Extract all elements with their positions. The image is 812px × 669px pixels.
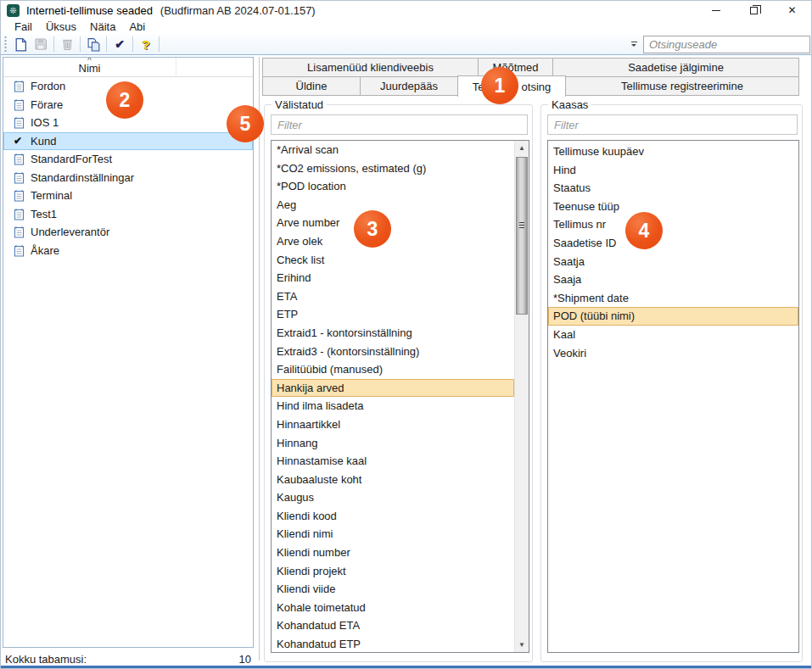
save-button[interactable] [31,35,51,53]
notepad-icon [14,80,25,92]
list-item[interactable]: Extraid1 - kontorsinställning [272,324,514,343]
list-item[interactable]: *CO2 emissions, estimated (g) [272,159,514,178]
apply-button[interactable]: ✔ [109,35,130,53]
menu-abi[interactable]: Abi [122,20,152,34]
scroll-down-icon[interactable]: ▼ [515,638,529,652]
scroll-up-icon[interactable]: ▲ [515,141,529,155]
list-item[interactable]: Erihind [272,269,514,287]
menu-naita[interactable]: Näita [83,20,122,34]
status-bar: Kokku tabamusi: 10 [3,650,254,667]
list-item[interactable]: Kaal [548,326,798,344]
list-item[interactable]: Saaja [548,270,798,289]
annotation-circle-3: 3 [354,210,391,248]
list-item-highlighted[interactable]: POD (tüübi nimi) [548,307,798,326]
menu-uksus[interactable]: Üksus [39,20,83,34]
list-item[interactable]: *Shipment date [548,289,798,308]
list-item-highlighted[interactable]: Hankija arved [272,379,514,398]
minimize-button[interactable] [697,1,735,20]
checkmark-icon: ✔ [115,38,125,50]
list-item[interactable]: Hinnastamise kaal [272,452,514,471]
sidebar-item-kund[interactable]: ✔ Kund [3,132,253,151]
restore-button[interactable] [735,1,773,20]
copy-button[interactable] [83,35,104,53]
sidebar-item-standardinstallningar[interactable]: Standardinställningar [3,169,253,187]
list-item[interactable]: Kliendi projekt [272,562,514,581]
close-icon: ✕ [787,5,796,15]
list-item[interactable]: Aeg [272,196,514,215]
notepad-icon [14,244,25,257]
list-item[interactable]: Failitüübid (manused) [272,360,514,379]
delete-button[interactable] [57,35,77,53]
sidebar-item-terminal[interactable]: Terminal [3,187,253,205]
toolbar-separator [53,36,54,52]
list-item[interactable]: Kliendi nimi [272,525,514,544]
list-item[interactable]: *POD location [272,177,514,196]
list-item[interactable]: Saadetise ID [548,234,798,253]
list-item[interactable]: ETA [272,287,514,306]
scrollbar-thumb[interactable] [516,157,528,315]
list-item[interactable]: Kaubaaluste koht [272,471,514,489]
list-item[interactable]: Tellimuse kuupäev [548,142,798,161]
tab-uldine[interactable]: Üldine [262,76,361,96]
list-item[interactable]: Kohandatud ETP [272,635,514,653]
list-item[interactable]: Veokiri [548,344,798,363]
list-item[interactable]: Kliendi number [272,544,514,562]
tab-tellimuse-registreerimine[interactable]: Tellimuse registreerimine [565,76,799,96]
tab-lisamenuud-kliendiveebis[interactable]: Lisamenüüd kliendiveebis [262,58,479,77]
sidebar-item-akare[interactable]: Åkare [3,242,253,260]
toolbar-separator [132,36,133,52]
trash-icon [61,37,74,51]
list-item[interactable]: Arve olek [272,232,514,251]
list-item[interactable]: Kaugus [272,488,514,507]
list-item[interactable]: *Arrival scan [272,141,514,159]
toolbar-overflow-button[interactable] [627,36,641,53]
list-item[interactable]: Kliendi kood [272,507,514,526]
window-subtitle: (Budfirman AB 2024.07-01.157) [160,4,316,17]
toolbar: ✔ ? [1,34,811,55]
list-header: ˄ Nimi [3,58,253,77]
annotation-circle-1: 1 [481,67,518,104]
status-value: 10 [239,653,251,666]
list-item[interactable]: Saatja [548,253,798,271]
included-listbox: Tellimuse kuupäev Hind Staatus Teenuse t… [547,140,799,653]
active-check-icon: ✔ [14,135,25,147]
overflow-icon [631,42,637,42]
search-input[interactable] [643,36,810,53]
tab-saadetise-jalgimine[interactable]: Saadetise jälgimine [552,58,799,77]
sidebar-item-standardfortest[interactable]: StandardForTest [3,150,253,169]
list-item[interactable]: Hinnaartikkel [272,415,514,434]
help-button[interactable]: ? [136,35,156,53]
list-item[interactable]: Teenuse tüüp [548,198,798,216]
save-icon [34,37,48,51]
panel-splitter[interactable] [259,57,260,661]
list-item[interactable]: Kohandatud ETA [272,616,514,635]
list-item[interactable]: Extraid3 - (kontorsinställning) [272,343,514,361]
list-item[interactable]: Kliendi viide [272,580,514,599]
new-document-button[interactable] [10,35,31,53]
included-filter-input[interactable] [547,114,798,135]
list-item[interactable]: Hinnang [272,434,514,453]
notepad-icon [14,98,25,111]
sort-ascending-icon: ˄ [3,57,176,62]
sidebar-item-underleverantor[interactable]: Underleverantör [3,223,253,242]
list-item[interactable]: Tellimus nr [548,215,798,234]
vertical-scrollbar[interactable]: ▲ ▼ [514,141,529,652]
list-item[interactable]: Staatus [548,179,798,198]
toolbar-grip[interactable] [3,36,8,52]
new-document-icon [14,37,28,52]
list-item[interactable]: ETP [272,305,514,324]
close-button[interactable]: ✕ [773,1,811,20]
excluded-listbox: *Arrival scan *CO2 emissions, estimated … [271,140,529,653]
notepad-icon [14,116,25,129]
list-item[interactable]: Hind ilma lisadeta [272,397,514,415]
excluded-filter-input[interactable] [271,114,528,135]
sidebar-item-test1[interactable]: Test1 [3,205,253,224]
tab-juurdepaas[interactable]: Juurdepääs [360,76,458,96]
list-item[interactable]: Arve number [272,214,514,232]
list-item[interactable]: Check list [272,251,514,270]
app-icon: ❊ [7,4,20,17]
list-item[interactable]: Kohale toimetatud [272,599,514,617]
menu-fail[interactable]: Fail [8,20,39,34]
list-item[interactable]: Hind [548,161,798,180]
column-header-nimi[interactable]: ˄ Nimi [3,58,176,76]
